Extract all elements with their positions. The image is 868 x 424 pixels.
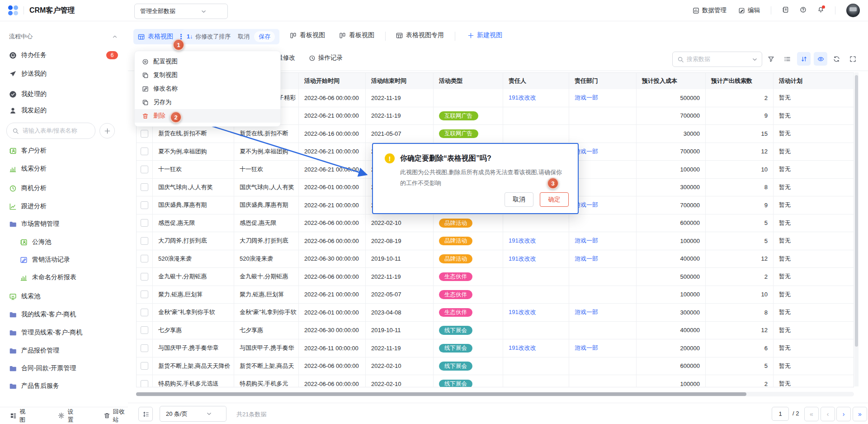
sort-button[interactable]	[797, 52, 811, 66]
horizontal-scrollbar-thumb[interactable]	[136, 392, 746, 396]
sidebar-item-我发起的[interactable]: 我发起的	[0, 103, 128, 118]
sidebar-item-未命名分析报表[interactable]: 未命名分析报表	[0, 270, 128, 285]
last-page-button[interactable]: »	[853, 407, 867, 421]
sort-cancel-button[interactable]: 取消	[238, 33, 250, 41]
column-header-预计产出线索数[interactable]: 预计产出线索数	[706, 73, 774, 89]
table-row[interactable]: 新货在线,折扣不断新货在线,折扣不断2022-06-16 00:00:00202…	[137, 125, 854, 143]
table-row[interactable]: 金九银十,分期钜惠金九银十,分期钜惠2022-06-06 00:00:00202…	[137, 268, 854, 286]
column-header-活动计划[interactable]: 活动计划	[774, 73, 854, 89]
hide-fields-button[interactable]	[814, 52, 827, 66]
table-row[interactable]: 大刀阔斧,打折到底大刀阔斧,打折到底2022-06-06 00:00:00202…	[137, 232, 854, 250]
column-header-活动类型[interactable]: 活动类型	[434, 73, 503, 89]
link-owner[interactable]: 191改改改	[509, 344, 536, 352]
row-checkbox[interactable]	[141, 344, 148, 352]
sidebar-footer-视图[interactable]: 视图	[10, 408, 29, 424]
sidebar-item-我的线索-客户-商机[interactable]: 我的线索-客户-商机	[0, 307, 128, 322]
row-checkbox[interactable]	[141, 255, 148, 262]
sidebar-item-线索分析[interactable]: 线索分析	[0, 162, 128, 176]
row-checkbox[interactable]	[141, 130, 148, 138]
cancel-button[interactable]: 取消	[505, 192, 533, 207]
menu-item-配置视图[interactable]: 配置视图	[135, 55, 280, 68]
help-button[interactable]	[800, 6, 807, 15]
add-form-button[interactable]	[99, 123, 115, 138]
table-row[interactable]: 聚力,钜惠,巨划算聚力,钜惠,巨划算2022-06-21 00:00:00202…	[137, 286, 854, 304]
vertical-scrollbar-thumb[interactable]	[855, 75, 858, 347]
menu-item-删除[interactable]: 删除	[135, 109, 280, 123]
menu-item-复制视图[interactable]: 复制视图	[135, 68, 280, 82]
avatar[interactable]	[846, 4, 860, 17]
table-row[interactable]: 新货不断上架,商品天天降价新货不断上架,商品天2022-06-06 00:00:…	[137, 357, 854, 376]
row-checkbox[interactable]	[141, 273, 148, 281]
page-number-input[interactable]: 1	[772, 407, 789, 421]
link-owner[interactable]: 191改改改	[509, 237, 536, 245]
new-view-button[interactable]: 新建视图	[467, 31, 502, 39]
sidebar-search-input[interactable]: 请输入表单/报表名称	[6, 123, 95, 139]
link-dept[interactable]: 游戏一部	[575, 255, 598, 263]
sidebar-item-待办任务[interactable]: 待办任务6	[0, 48, 128, 62]
edit-button[interactable]: 编辑	[738, 6, 760, 14]
sidebar-item-产品售后服务[interactable]: 产品售后服务	[0, 379, 128, 393]
row-checkbox[interactable]	[141, 237, 148, 245]
sidebar-item-管理员线索-客户-商机[interactable]: 管理员线索-客户-商机	[0, 325, 128, 340]
operation-log-button[interactable]: 操作记录	[309, 54, 343, 62]
row-checkbox[interactable]	[141, 148, 148, 155]
notification-button[interactable]	[817, 6, 824, 15]
fullscreen-button[interactable]	[846, 52, 859, 66]
sidebar-item-市场营销管理[interactable]: 市场营销管理	[0, 217, 128, 231]
column-header-预计投入成本[interactable]: 预计投入成本	[637, 73, 706, 89]
link-dept[interactable]: 游戏一部	[575, 344, 598, 352]
data-manage-button[interactable]: 数据管理	[693, 6, 726, 14]
row-height-button[interactable]	[138, 407, 153, 421]
column-header-责任部门[interactable]: 责任部门	[569, 73, 637, 89]
sidebar-item-我处理的[interactable]: 我处理的	[0, 87, 128, 101]
table-row[interactable]: 七夕享惠七夕享惠2022-06-30 00:00:002019-10-11线下展…	[137, 322, 854, 340]
sort-save-button[interactable]: 保存	[254, 31, 275, 42]
table-row[interactable]: 金秋“豪”礼拿到你手软金秋“豪”礼拿到你手软2022-06-01 00:00:0…	[137, 304, 854, 322]
row-checkbox[interactable]	[141, 183, 148, 191]
sidebar-item-客户分析[interactable]: 客户分析	[0, 143, 128, 158]
first-page-button[interactable]: «	[804, 407, 819, 421]
sidebar-item-抄送我的[interactable]: 抄送我的	[0, 67, 128, 81]
link-owner[interactable]: 191改改改	[509, 94, 536, 102]
next-page-button[interactable]: ›	[836, 407, 851, 421]
sidebar-footer-设置[interactable]: 设置	[58, 408, 77, 424]
sidebar-item-跟进分析[interactable]: 跟进分析	[0, 199, 128, 214]
table-search-input[interactable]: 搜索数据	[672, 52, 762, 67]
prev-page-button[interactable]: ‹	[821, 407, 835, 421]
table-row[interactable]: 感恩促,惠无限感恩促,惠无限2022-06-06 00:00:002022-02…	[137, 214, 854, 233]
tab-看板视图-1[interactable]: 看板视图	[339, 31, 374, 39]
group-button[interactable]	[780, 52, 794, 66]
menu-item-另存为[interactable]: 另存为	[135, 95, 280, 109]
sidebar-item-商机分析[interactable]: 商机分析	[0, 181, 128, 195]
row-checkbox[interactable]	[141, 362, 148, 370]
column-header-活动开始时间[interactable]: 活动开始时间	[299, 73, 366, 89]
sidebar-item-线索池[interactable]: 线索池	[0, 289, 128, 304]
sidebar-section-process-center[interactable]: 流程中心	[0, 33, 128, 41]
row-checkbox[interactable]	[141, 219, 148, 227]
link-dept[interactable]: 游戏一部	[575, 237, 598, 245]
data-scope-select[interactable]: 管理全部数据	[134, 4, 228, 19]
filter-button[interactable]	[764, 52, 778, 66]
row-checkbox[interactable]	[141, 309, 148, 316]
link-dept[interactable]: 游戏一部	[575, 308, 598, 316]
sidebar-item-营销活动记录[interactable]: 营销活动记录	[0, 252, 128, 267]
sidebar-item-合同-回款-开票管理[interactable]: 合同-回款-开票管理	[0, 361, 128, 376]
sidebar-item-产品报价管理[interactable]: 产品报价管理	[0, 343, 128, 358]
column-header-活动结束时间[interactable]: 活动结束时间	[366, 73, 434, 89]
sidebar-footer-回收站[interactable]: 回收站	[104, 408, 128, 424]
link-dept[interactable]: 游戏一部	[575, 94, 598, 102]
page-size-select[interactable]: 20 条/页	[160, 406, 226, 422]
link-owner[interactable]: 191改改改	[509, 255, 536, 263]
row-checkbox[interactable]	[141, 291, 148, 298]
tab-看板视图-0[interactable]: 看板视图	[290, 31, 325, 39]
row-checkbox[interactable]	[141, 380, 148, 387]
sidebar-item-公海池[interactable]: 公海池	[0, 235, 128, 249]
confirm-button[interactable]: 确定	[540, 192, 569, 207]
table-row[interactable]: 特易购买,手机多元选送特易购买,手机多元2022-06-06 00:00:002…	[137, 375, 854, 387]
column-header-责任人[interactable]: 责任人	[503, 73, 569, 89]
row-checkbox[interactable]	[141, 201, 148, 209]
contacts-button[interactable]	[782, 6, 789, 15]
table-row[interactable]: 520浪漫来袭520浪漫来袭2022-06-30 00:00:002019-10…	[137, 250, 854, 268]
tab-表格视图专用-2[interactable]: 表格视图专用	[396, 31, 444, 39]
row-checkbox[interactable]	[141, 166, 148, 173]
